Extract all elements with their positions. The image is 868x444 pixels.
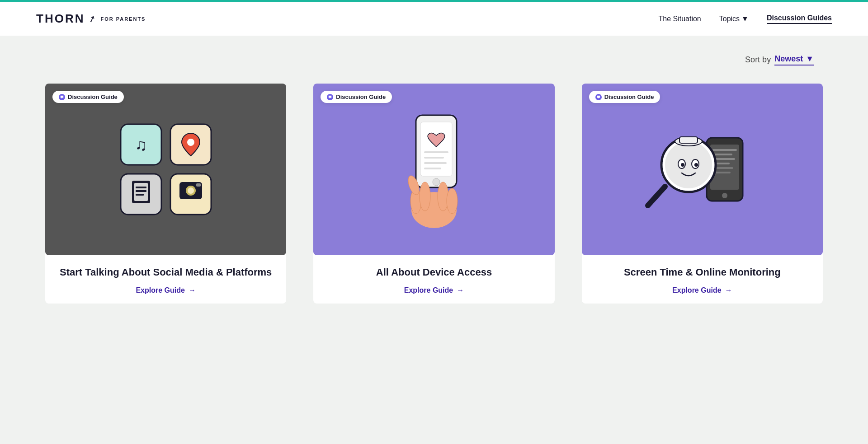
svg-rect-7 (136, 187, 146, 188)
arrow-right-icon: → (189, 286, 196, 294)
badge-chat-icon-2 (327, 94, 333, 100)
main-content: Sort by Newest ▼ Discussion Guide (0, 36, 868, 331)
svg-point-21 (433, 178, 440, 186)
card-device-access-title: All About Device Access (322, 266, 545, 279)
badge-label: Discussion Guide (68, 93, 118, 100)
svg-point-38 (665, 141, 712, 188)
card-social-media-content: Start Talking About Social Media & Platf… (45, 255, 286, 304)
card-screen-time-explore[interactable]: Explore Guide → (672, 286, 732, 294)
svg-point-24 (420, 182, 430, 211)
svg-point-44 (681, 163, 684, 167)
arrow-right-icon-3: → (725, 286, 732, 294)
card-device-access-image (313, 84, 554, 255)
badge-label-2: Discussion Guide (336, 93, 386, 100)
svg-rect-41 (679, 137, 698, 143)
badge-chat-icon (59, 94, 65, 100)
nav-topics[interactable]: Topics ▼ (719, 15, 749, 23)
card-device-access[interactable]: Discussion Guide (313, 84, 554, 304)
card-social-media-title: Start Talking About Social Media & Platf… (54, 266, 277, 279)
card-screen-time-image-wrapper: Discussion Guide (582, 84, 823, 255)
svg-point-26 (447, 188, 458, 214)
card-screen-time-title: Screen Time & Online Monitoring (591, 266, 814, 279)
card-device-access-image-wrapper: Discussion Guide (313, 84, 554, 255)
explore-label-3: Explore Guide (672, 286, 721, 294)
logo-for-parents-text: FOR PARENTS (100, 16, 146, 22)
header: THORN ➚ FOR PARENTS The Situation Topics… (0, 0, 868, 36)
cards-grid: Discussion Guide ♫ (45, 84, 823, 304)
svg-point-45 (694, 163, 698, 167)
logo-thorn-text: THORN (36, 12, 85, 26)
svg-rect-9 (136, 194, 144, 196)
badge-label-3: Discussion Guide (604, 93, 654, 100)
card-screen-time-image (582, 84, 823, 255)
svg-rect-31 (712, 154, 732, 155)
svg-rect-17 (424, 151, 448, 153)
svg-rect-30 (712, 149, 737, 151)
card-device-access-content: All About Device Access Explore Guide → (313, 255, 554, 304)
card-device-access-badge: Discussion Guide (321, 91, 392, 103)
card-screen-time-content: Screen Time & Online Monitoring Explore … (582, 255, 823, 304)
sort-label: Sort by (745, 55, 771, 65)
explore-label: Explore Guide (136, 286, 184, 294)
arrow-right-icon-2: → (457, 286, 464, 294)
svg-rect-18 (424, 157, 444, 159)
svg-point-13 (188, 187, 194, 194)
card-social-media-image-wrapper: Discussion Guide ♫ (45, 84, 286, 255)
sort-dropdown[interactable]: Newest ▼ (774, 54, 814, 65)
svg-rect-19 (424, 162, 447, 164)
card-social-media[interactable]: Discussion Guide ♫ (45, 84, 286, 304)
card-social-media-image: ♫ (45, 84, 286, 255)
svg-point-36 (722, 193, 727, 198)
card-screen-time[interactable]: Discussion Guide (582, 84, 823, 304)
badge-chat-icon-3 (595, 94, 602, 100)
svg-point-3 (187, 139, 194, 146)
nav-the-situation[interactable]: The Situation (658, 15, 701, 23)
explore-label-2: Explore Guide (404, 286, 453, 294)
logo: THORN ➚ FOR PARENTS (36, 12, 146, 26)
chevron-down-icon: ▼ (741, 15, 749, 23)
card-device-access-explore[interactable]: Explore Guide → (404, 286, 464, 294)
svg-rect-20 (424, 168, 441, 169)
svg-rect-8 (136, 190, 146, 192)
svg-line-39 (648, 187, 665, 206)
card-social-media-explore[interactable]: Explore Guide → (136, 286, 195, 294)
sort-chevron-icon: ▼ (806, 54, 814, 64)
sort-bar: Sort by Newest ▼ (45, 54, 823, 65)
logo-arrow-icon: ➚ (87, 12, 98, 25)
sort-value-text: Newest (774, 54, 803, 64)
card-social-media-badge: Discussion Guide (52, 91, 124, 103)
svg-rect-14 (196, 183, 201, 187)
nav-discussion-guides[interactable]: Discussion Guides (767, 14, 832, 24)
main-nav: The Situation Topics ▼ Discussion Guides (658, 14, 832, 24)
nav-topics-label: Topics (719, 15, 740, 23)
svg-text:♫: ♫ (135, 136, 147, 154)
card-screen-time-badge: Discussion Guide (589, 91, 660, 103)
